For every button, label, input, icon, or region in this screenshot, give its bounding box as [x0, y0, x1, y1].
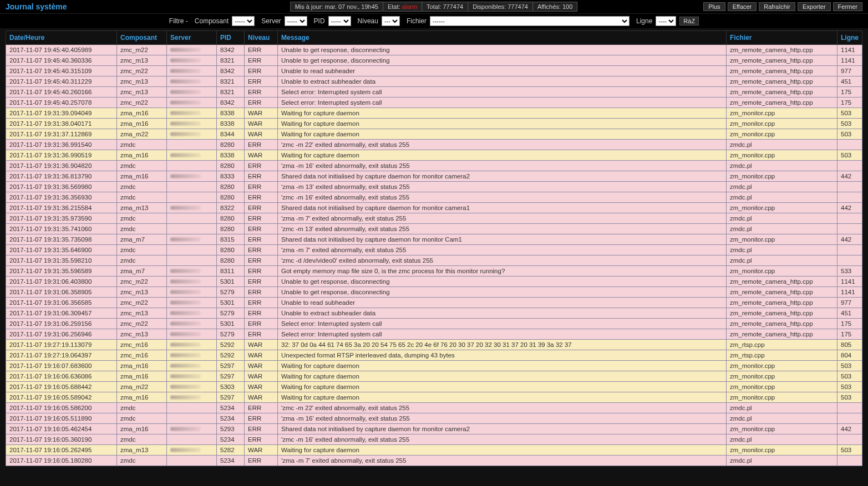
- line-cell: 503: [837, 371, 862, 382]
- msg-cell: 'zma -m 13' exited abnormally, exit stat…: [278, 182, 727, 192]
- date-cell: 2017-11-07 19:31:35.741060: [6, 224, 117, 234]
- col-date[interactable]: Date/Heure: [6, 31, 117, 45]
- filter-composant-select[interactable]: -----: [232, 16, 255, 26]
- exporter-button[interactable]: Exporter: [798, 2, 831, 11]
- line-cell: [837, 456, 862, 466]
- file-cell: zm_remote_camera_http.cpp: [727, 287, 837, 298]
- msg-cell: Got empty memory map file size 0, is the…: [278, 266, 727, 277]
- line-cell: 1141: [837, 55, 862, 66]
- table-row: 2017-11-07 19:31:06.403800zmc_m225301ERR…: [6, 277, 862, 287]
- filter-pid-select[interactable]: -----: [328, 16, 351, 26]
- col-pid[interactable]: PID: [217, 31, 245, 45]
- col-composant[interactable]: Composant: [117, 31, 167, 45]
- server-cell: [167, 192, 217, 203]
- pid-cell: 8338: [217, 119, 245, 129]
- pid-cell: 8342: [217, 98, 245, 108]
- rafraichir-button[interactable]: Rafraîchir: [759, 2, 795, 11]
- lvl-cell: ERR: [245, 266, 278, 277]
- pid-cell: 8338: [217, 150, 245, 161]
- pid-cell: 8280: [217, 213, 245, 224]
- msg-cell: Waiting for capture daemon: [278, 119, 727, 129]
- comp-cell: zmdc: [117, 403, 167, 413]
- col-fichier[interactable]: Fichier: [727, 31, 837, 45]
- lvl-cell: ERR: [245, 87, 278, 98]
- pid-cell: 8311: [217, 266, 245, 277]
- line-cell: 442: [837, 203, 862, 213]
- effacer-button[interactable]: Effacer: [728, 2, 757, 11]
- msg-cell: Waiting for capture daemon: [278, 392, 727, 403]
- filter-fichier-select[interactable]: ------: [430, 16, 630, 26]
- date-cell: 2017-11-07 19:45:40.311229: [6, 76, 117, 87]
- table-row: 2017-11-07 19:31:39.094049zma_m168338WAR…: [6, 108, 862, 119]
- date-cell: 2017-11-07 19:16:05.462454: [6, 424, 117, 434]
- server-cell: [167, 456, 217, 466]
- pid-cell: 5282: [217, 445, 245, 456]
- filter-niveau-select[interactable]: ---: [382, 16, 400, 26]
- line-cell: 442: [837, 234, 862, 245]
- col-server[interactable]: Server: [167, 31, 217, 45]
- file-cell: zm_monitor.cpp: [727, 150, 837, 161]
- file-cell: zmdc.pl: [727, 245, 837, 255]
- date-cell: 2017-11-07 19:31:36.215584: [6, 203, 117, 213]
- plus-button[interactable]: Plus: [703, 2, 725, 11]
- lvl-cell: ERR: [245, 55, 278, 66]
- line-cell: 805: [837, 340, 862, 350]
- line-cell: [837, 182, 862, 192]
- filter-pid-label: PID: [314, 17, 325, 25]
- lvl-cell: ERR: [245, 434, 278, 445]
- col-message[interactable]: Message: [278, 31, 727, 45]
- comp-cell: zmdc: [117, 182, 167, 192]
- comp-cell: zmdc: [117, 255, 167, 266]
- table-row: 2017-11-07 19:31:06.256946zmc_m135279ERR…: [6, 329, 862, 340]
- server-cell: [167, 434, 217, 445]
- filter-ligne-select[interactable]: ----: [656, 16, 676, 26]
- file-cell: zmdc.pl: [727, 192, 837, 203]
- file-cell: zmdc.pl: [727, 182, 837, 192]
- msg-cell: Waiting for capture daemon: [278, 108, 727, 119]
- table-row: 2017-11-07 19:16:05.511890zmdc5234ERR'zm…: [6, 413, 862, 424]
- lvl-cell: ERR: [245, 182, 278, 192]
- lvl-cell: ERR: [245, 245, 278, 255]
- table-row: 2017-11-07 19:27:19.064397zmc_m165292WAR…: [6, 350, 862, 361]
- col-niveau[interactable]: Niveau: [245, 31, 278, 45]
- line-cell: 175: [837, 87, 862, 98]
- pid-cell: 5292: [217, 350, 245, 361]
- server-cell: [167, 76, 217, 87]
- date-cell: 2017-11-07 19:16:07.683600: [6, 361, 117, 371]
- pid-cell: 8280: [217, 192, 245, 203]
- page-title: Journal système: [6, 2, 67, 11]
- table-row: 2017-11-07 19:45:40.360336zmc_m138321ERR…: [6, 55, 862, 66]
- pid-cell: 8280: [217, 224, 245, 234]
- server-cell: [167, 119, 217, 129]
- date-cell: 2017-11-07 19:16:05.511890: [6, 413, 117, 424]
- line-cell: 977: [837, 298, 862, 308]
- col-ligne[interactable]: Ligne: [837, 31, 862, 45]
- line-cell: 977: [837, 66, 862, 76]
- raz-button[interactable]: RàZ: [679, 17, 699, 25]
- date-cell: 2017-11-07 19:31:36.991540: [6, 140, 117, 150]
- msg-cell: Unable to read subheader: [278, 66, 727, 76]
- fermer-button[interactable]: Fermer: [833, 2, 862, 11]
- date-cell: 2017-11-07 19:27:19.064397: [6, 350, 117, 361]
- status-state: Etat: alarm: [383, 2, 422, 12]
- comp-cell: zma_m22: [117, 129, 167, 140]
- file-cell: zm_remote_camera_http.cpp: [727, 55, 837, 66]
- filter-server-select[interactable]: -----: [285, 16, 307, 26]
- msg-cell: Unable to extract subheader data: [278, 308, 727, 319]
- log-table: Date/Heure Composant Server PID Niveau M…: [6, 30, 862, 466]
- pid-cell: 5279: [217, 287, 245, 298]
- table-row: 2017-11-07 19:16:06.636086zma_m165297WAR…: [6, 371, 862, 382]
- line-cell: 1141: [837, 45, 862, 55]
- lvl-cell: ERR: [245, 298, 278, 308]
- server-cell: [167, 150, 217, 161]
- msg-cell: Select error: Interrupted system call: [278, 329, 727, 340]
- table-row: 2017-11-07 19:31:36.904820zmdc8280ERR'zm…: [6, 161, 862, 171]
- comp-cell: zmc_m13: [117, 287, 167, 298]
- filterbar: Filtre - Composant ----- Server ----- PI…: [0, 14, 868, 28]
- file-cell: zm_monitor.cpp: [727, 445, 837, 456]
- date-cell: 2017-11-07 19:16:05.688442: [6, 382, 117, 392]
- comp-cell: zmc_m13: [117, 55, 167, 66]
- status-boxes: Mis à jour: mar. 07 nov., 19h45 Etat: al…: [291, 2, 578, 12]
- date-cell: 2017-11-07 19:16:05.262495: [6, 445, 117, 456]
- lvl-cell: WAR: [245, 392, 278, 403]
